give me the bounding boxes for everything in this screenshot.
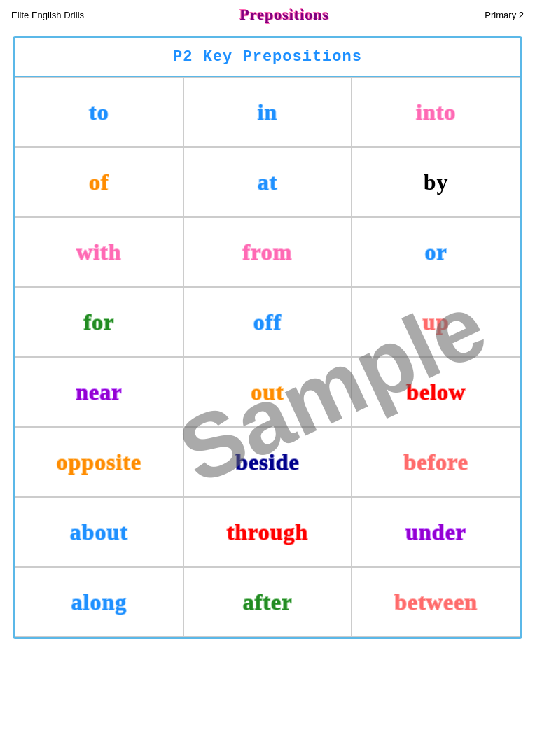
word-cell: near bbox=[15, 357, 183, 427]
word-off: off bbox=[253, 309, 282, 335]
word-cell: to bbox=[15, 77, 183, 147]
word-cell: into bbox=[352, 77, 520, 147]
word-cell: under bbox=[352, 497, 520, 567]
word-cell: before bbox=[352, 427, 520, 497]
table-heading: P2 Key Prepositions bbox=[15, 38, 520, 77]
word-cell: about bbox=[15, 497, 183, 567]
word-after: after bbox=[243, 589, 293, 615]
word-cell: after bbox=[183, 567, 352, 637]
word-up: up bbox=[423, 309, 450, 335]
word-with: with bbox=[76, 239, 121, 265]
word-cell: at bbox=[183, 147, 352, 217]
word-along: along bbox=[71, 589, 127, 615]
word-from: from bbox=[243, 239, 293, 265]
word-for: for bbox=[83, 309, 114, 335]
brand-label: Elite English Drills bbox=[11, 10, 84, 20]
word-below: below bbox=[406, 379, 466, 405]
table-heading-text: P2 Key Prepositions bbox=[173, 48, 362, 66]
word-cell: from bbox=[183, 217, 352, 287]
page-title: Prepositions bbox=[239, 6, 329, 24]
word-cell: or bbox=[352, 217, 520, 287]
word-cell: by bbox=[352, 147, 520, 217]
word-through: through bbox=[227, 519, 309, 545]
word-out: out bbox=[251, 379, 284, 405]
word-cell: up bbox=[352, 287, 520, 357]
word-cell: in bbox=[183, 77, 352, 147]
level-label: Primary 2 bbox=[485, 10, 524, 20]
word-between: between bbox=[394, 589, 478, 615]
word-cell: beside bbox=[183, 427, 352, 497]
word-near: near bbox=[76, 379, 122, 405]
word-of: of bbox=[89, 169, 109, 195]
word-before: before bbox=[403, 449, 468, 475]
word-under: under bbox=[405, 519, 466, 545]
prepositions-table: P2 Key Prepositions toinintoofatbywithfr… bbox=[13, 36, 522, 639]
word-in: in bbox=[258, 99, 278, 125]
word-to: to bbox=[89, 99, 109, 125]
word-opposite: opposite bbox=[56, 449, 141, 475]
word-cell: opposite bbox=[15, 427, 183, 497]
page-header: Elite English Drills Prepositions Primar… bbox=[0, 0, 535, 29]
word-cell: off bbox=[183, 287, 352, 357]
word-cell: through bbox=[183, 497, 352, 567]
word-cell: between bbox=[352, 567, 520, 637]
word-into: into bbox=[416, 99, 456, 125]
word-by: by bbox=[424, 169, 449, 195]
word-cell: for bbox=[15, 287, 183, 357]
word-cell: of bbox=[15, 147, 183, 217]
word-cell: with bbox=[15, 217, 183, 287]
word-cell: along bbox=[15, 567, 183, 637]
word-about: about bbox=[70, 519, 128, 545]
word-at: at bbox=[258, 169, 278, 195]
word-cell: out bbox=[183, 357, 352, 427]
word-or: or bbox=[425, 239, 447, 265]
words-grid: toinintoofatbywithfromorforoffupnearoutb… bbox=[15, 77, 520, 637]
word-cell: below bbox=[352, 357, 520, 427]
word-beside: beside bbox=[235, 449, 299, 475]
